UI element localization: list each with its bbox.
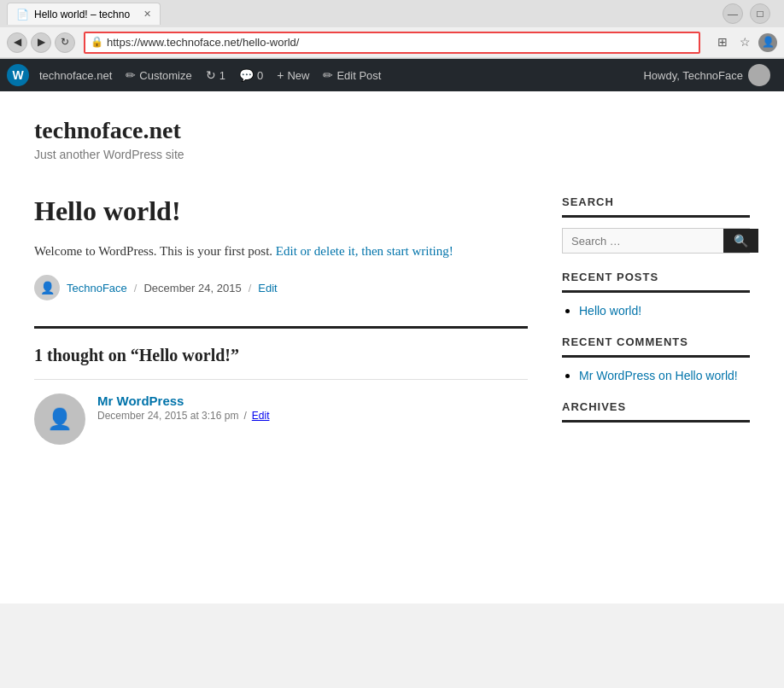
admin-bar-site[interactable]: technoface.net	[32, 59, 119, 91]
browser-tab[interactable]: 📄 Hello world! – techno ✕	[7, 3, 161, 25]
post-content: Welcome to WordPress. This is your first…	[34, 241, 528, 261]
minimize-button[interactable]: —	[723, 3, 743, 24]
search-button[interactable]: 🔍	[723, 229, 758, 253]
edit-icon: ✏	[323, 68, 333, 82]
post-content-text: Welcome to WordPress. This is your first…	[34, 244, 276, 258]
recent-comments-list: Mr WordPress on Hello world!	[562, 368, 750, 383]
admin-bar-site-name: technoface.net	[39, 69, 112, 82]
address-bar-wrapper: 🔒	[84, 32, 700, 54]
meta-separator-2: /	[249, 282, 252, 294]
tab-title: Hello world! – techno	[34, 9, 130, 20]
meta-separator-1: /	[134, 282, 137, 294]
list-item: Hello world!	[579, 303, 750, 318]
recent-posts-widget: RECENT POSTS Hello world!	[562, 271, 750, 318]
comments-section: 1 thought on “Hello world!” 👤 Mr WordPre…	[34, 326, 528, 445]
comment-date: December 24, 2015 at 3:16 pm	[97, 410, 238, 422]
comment-author-name[interactable]: Mr WordPress	[97, 394, 269, 408]
comment-avatar: 👤	[34, 394, 85, 445]
recent-posts-list: Hello world!	[562, 303, 750, 318]
wp-logo-icon[interactable]: W	[7, 64, 29, 86]
comments-heading: 1 thought on “Hello world!”	[34, 346, 528, 365]
site-title: technoface.net	[34, 117, 750, 144]
recent-comment-on: on	[658, 369, 675, 382]
recent-posts-title: RECENT POSTS	[562, 271, 750, 293]
post-author-link[interactable]: TechnoFace	[67, 282, 127, 294]
search-input[interactable]	[563, 229, 723, 253]
search-form: 🔍	[562, 228, 750, 254]
list-item: Mr WordPress on Hello world!	[579, 368, 750, 383]
post-author-avatar: 👤	[34, 275, 60, 300]
post-date: December 24, 2015	[143, 282, 241, 294]
main-content: Hello world! Welcome to WordPress. This …	[34, 195, 528, 445]
wp-admin-bar: W technoface.net ✏ Customize ↻ 1 💬 0 + N…	[0, 59, 784, 91]
admin-bar-updates[interactable]: ↻ 1	[199, 59, 232, 91]
maximize-button[interactable]: □	[750, 3, 770, 24]
forward-button[interactable]: ▶	[31, 32, 51, 53]
ssl-lock-icon: 🔒	[91, 36, 103, 49]
back-button[interactable]: ◀	[7, 32, 27, 53]
post-meta: 👤 TechnoFace / December 24, 2015 / Edit	[34, 275, 528, 300]
comment-icon: 💬	[239, 68, 254, 82]
admin-bar-edit-post[interactable]: ✏ Edit Post	[316, 59, 388, 91]
browser-actions: ⊞ ☆ 👤	[714, 33, 777, 52]
recent-comments-title: RECENT COMMENTS	[562, 335, 750, 358]
comment-separator: /	[243, 410, 246, 422]
browser-controls: ◀ ▶ ↻ 🔒 ⊞ ☆ 👤	[0, 27, 784, 58]
tab-close-icon[interactable]: ✕	[143, 9, 151, 20]
profile-icon[interactable]: 👤	[758, 33, 777, 52]
search-widget-title: Search	[562, 195, 750, 218]
admin-avatar	[748, 64, 770, 86]
comment-item: 👤 Mr WordPress December 24, 2015 at 3:16…	[34, 379, 528, 445]
admin-bar-customize[interactable]: ✏ Customize	[119, 59, 198, 91]
edit-post-label: Edit Post	[336, 69, 381, 82]
archives-widget: ARCHIVES	[562, 400, 750, 423]
site-header: technoface.net Just another WordPress si…	[0, 91, 784, 178]
recent-comment-author[interactable]: Mr WordPress	[579, 369, 655, 382]
sidebar: Search 🔍 RECENT POSTS Hello world! RECEN…	[562, 195, 750, 445]
refresh-button[interactable]: ↻	[55, 32, 75, 53]
page-wrapper: technoface.net Just another WordPress si…	[0, 91, 784, 603]
updates-icon: ↻	[206, 68, 216, 82]
archives-title: ARCHIVES	[562, 400, 750, 423]
post-edit-link[interactable]: Edit	[258, 282, 277, 294]
address-input[interactable]	[107, 36, 693, 49]
recent-post-link[interactable]: Hello world!	[579, 304, 641, 318]
new-label: New	[287, 69, 309, 82]
customize-label: Customize	[139, 69, 191, 82]
comment-list-item: Mr WordPress on Hello world!	[579, 369, 738, 382]
pencil-icon: ✏	[126, 68, 136, 82]
content-area: Hello world! Welcome to WordPress. This …	[0, 178, 784, 462]
comment-meta: December 24, 2015 at 3:16 pm / Edit	[97, 410, 269, 422]
comment-edit-link[interactable]: Edit	[252, 410, 270, 422]
recent-comment-post-link[interactable]: Hello world!	[676, 369, 738, 382]
admin-bar-right: Howdy, TechnoFace	[636, 59, 777, 91]
recent-comments-widget: RECENT COMMENTS Mr WordPress on Hello wo…	[562, 335, 750, 383]
browser-chrome: 📄 Hello world! – techno ✕ — □ ◀ ▶ ↻ 🔒 ⊞ …	[0, 0, 784, 59]
howdy-label: Howdy, TechnoFace	[643, 69, 743, 82]
browser-titlebar: 📄 Hello world! – techno ✕ — □	[0, 0, 784, 27]
comments-count: 0	[257, 69, 263, 82]
search-widget: Search 🔍	[562, 195, 750, 254]
post-content-link[interactable]: Edit or delete it, then start writing!	[276, 244, 453, 258]
plus-icon: +	[277, 68, 284, 82]
updates-count: 1	[219, 69, 225, 82]
admin-bar-new[interactable]: + New	[270, 59, 316, 91]
comment-body: Mr WordPress December 24, 2015 at 3:16 p…	[97, 394, 269, 445]
tab-favicon-icon: 📄	[16, 9, 29, 20]
admin-bar-howdy[interactable]: Howdy, TechnoFace	[636, 59, 777, 91]
admin-bar-comments[interactable]: 💬 0	[232, 59, 270, 91]
post-article: Hello world! Welcome to WordPress. This …	[34, 195, 528, 300]
site-description: Just another WordPress site	[34, 148, 750, 161]
post-title: Hello world!	[34, 195, 528, 227]
screenshot-icon[interactable]: ⊞	[714, 34, 731, 51]
bookmark-icon[interactable]: ☆	[736, 34, 753, 51]
